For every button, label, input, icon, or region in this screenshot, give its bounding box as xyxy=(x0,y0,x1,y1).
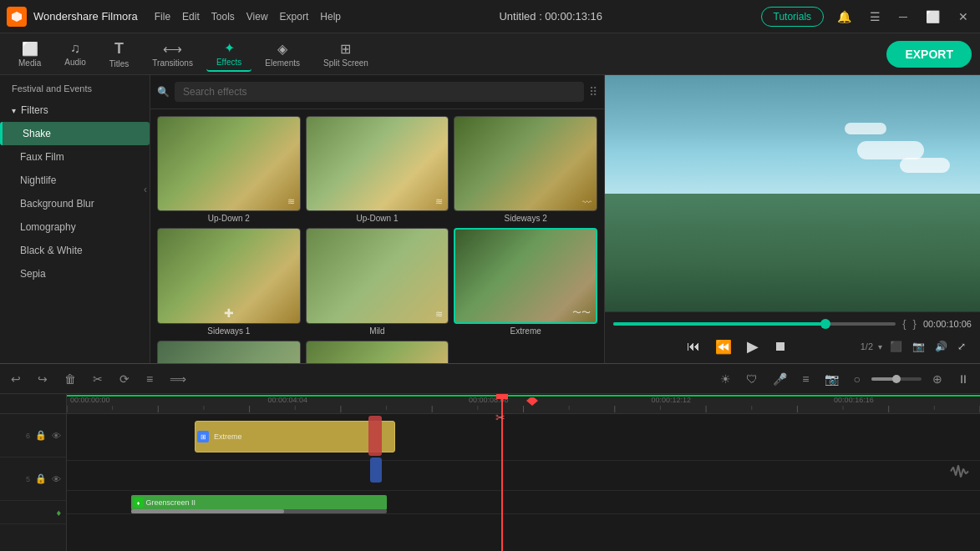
cloud-1 xyxy=(857,141,924,159)
timeline-toolbar: ↩ ↪ 🗑 ✂ ⟳ ≡ ⟹ ☀ 🛡 🎤 ≡ 📷 ○ ⊕ ⏸ xyxy=(0,364,980,394)
effect-updown2[interactable]: ≋ Up-Down 2 xyxy=(157,116,301,223)
svg-line-27 xyxy=(961,469,963,478)
delete-button[interactable]: 🗑 xyxy=(60,370,80,388)
svg-line-26 xyxy=(958,466,961,478)
menu-file[interactable]: File xyxy=(155,11,170,23)
pause-tl-button[interactable]: ⏸ xyxy=(953,370,973,388)
effects-button[interactable]: ✦ Effects xyxy=(206,37,251,72)
color-button[interactable]: ☀ xyxy=(716,370,735,388)
menu-icon[interactable]: ☰ xyxy=(865,8,886,25)
sidebar-filters-header[interactable]: ▾ Filters xyxy=(0,99,150,122)
out-bracket-icon[interactable]: } xyxy=(913,317,917,330)
close-button[interactable]: ✕ xyxy=(953,8,973,25)
zoom-handle[interactable] xyxy=(892,375,901,383)
menu-help[interactable]: Help xyxy=(320,11,341,23)
snapshot-button[interactable]: 📷 xyxy=(910,338,927,355)
overlay-clip-red[interactable] xyxy=(368,416,382,456)
wave-icon-3: 〰 xyxy=(582,197,592,207)
effect-row3a[interactable] xyxy=(157,341,301,363)
overlay-clip-blue[interactable] xyxy=(370,457,382,483)
search-input[interactable] xyxy=(175,82,584,102)
cut-button[interactable]: ✂ xyxy=(89,370,107,388)
grid-toggle-icon[interactable]: ⠿ xyxy=(589,85,597,99)
greenscreen-icon: ♦ xyxy=(137,500,140,506)
media-icon: ⬜ xyxy=(22,41,38,57)
sidebar-item-faux-film[interactable]: Faux Film xyxy=(0,145,150,169)
effect-extreme[interactable]: 〜〜 Extreme xyxy=(454,228,597,335)
sidebar-item-bw[interactable]: Black & White xyxy=(0,239,150,262)
effect-label-sideways2: Sideways 2 xyxy=(505,214,547,223)
track-lock-icon-6[interactable]: 🔒 xyxy=(35,430,47,441)
sidebar-item-bg-blur[interactable]: Background Blur xyxy=(0,192,150,215)
zoom-slider[interactable] xyxy=(871,377,922,381)
sidebar-collapse-button[interactable]: ‹ xyxy=(144,184,147,195)
playhead-line[interactable]: ✂ xyxy=(501,394,503,551)
menu-tools[interactable]: Tools xyxy=(211,11,235,23)
undo-button[interactable]: ↩ xyxy=(7,370,25,388)
track-eye-icon-6[interactable]: 👁 xyxy=(52,431,61,441)
timeline-area: ↩ ↪ 🗑 ✂ ⟳ ≡ ⟹ ☀ 🛡 🎤 ≡ 📷 ○ ⊕ ⏸ 6 xyxy=(0,363,980,551)
audio-button[interactable]: ♫ Audio xyxy=(54,38,96,70)
zoom-in-button[interactable]: ⊕ xyxy=(928,370,947,388)
splitscreen-button[interactable]: ⊞ Split Screen xyxy=(313,38,378,71)
volume-button[interactable]: 🔊 xyxy=(932,338,950,355)
redo-button[interactable]: ↪ xyxy=(33,370,52,388)
media-button[interactable]: ⬜ Media xyxy=(8,38,51,71)
track-eye-icon-5[interactable]: 👁 xyxy=(52,474,61,484)
track-lock-icon-5[interactable]: 🔒 xyxy=(35,473,47,484)
export-button[interactable]: EXPORT xyxy=(886,41,972,68)
zoom-out-button[interactable]: ○ xyxy=(850,370,865,388)
greenscreen-clip[interactable]: ♦ Greenscreen II xyxy=(131,495,387,510)
frame-back-button[interactable]: ⏪ xyxy=(713,336,734,357)
progress-handle[interactable] xyxy=(820,319,830,329)
effect-label-extreme: Extreme xyxy=(510,326,541,336)
effect-mild[interactable]: ≋ Mild xyxy=(306,228,449,335)
snapshot-tl-button[interactable]: 📷 xyxy=(820,370,843,388)
progress-bar[interactable] xyxy=(613,322,896,326)
sidebar-item-nightlife[interactable]: Nightlife xyxy=(0,169,150,192)
effect-sideways2[interactable]: 〰 Sideways 2 xyxy=(454,116,597,223)
notification-icon[interactable]: 🔔 xyxy=(832,8,856,25)
settings-button[interactable]: ⤢ xyxy=(955,338,968,355)
clip-fx-badge: ⊞ xyxy=(197,431,209,442)
transitions-icon: ⟷ xyxy=(163,41,182,57)
fullscreen-button[interactable]: ⬛ xyxy=(887,338,905,355)
effect-updown1[interactable]: ≋ Up-Down 1 xyxy=(306,116,449,223)
titles-button[interactable]: T Titles xyxy=(99,37,140,72)
speed-button[interactable]: ⟹ xyxy=(165,370,190,388)
play-button[interactable]: ▶ xyxy=(744,335,761,358)
effect-sideways1[interactable]: ✚ Sideways 1 xyxy=(157,228,301,335)
extreme-clip[interactable]: ⊞ Extreme xyxy=(195,421,395,452)
audio-edit-button[interactable]: 🎤 xyxy=(769,370,791,388)
maximize-button[interactable]: ⬜ xyxy=(921,8,945,25)
menu-edit[interactable]: Edit xyxy=(182,11,200,23)
elements-button[interactable]: ◈ Elements xyxy=(255,38,310,71)
skip-back-button[interactable]: ⏮ xyxy=(684,336,703,356)
sidebar-item-lomography[interactable]: Lomography xyxy=(0,215,150,239)
scene-detect-button[interactable]: ≡ xyxy=(798,370,813,388)
greenscreen-scrollbar[interactable] xyxy=(131,509,387,513)
effects-sidebar: Festival and Events ▾ Filters Shake Faux… xyxy=(0,75,150,363)
effect-row3b[interactable] xyxy=(306,341,449,363)
track-number-5: 5 xyxy=(26,475,30,483)
transitions-button[interactable]: ⟷ Transitions xyxy=(142,38,203,71)
split-button[interactable]: ≡ xyxy=(142,370,157,388)
stop-button[interactable]: ⏹ xyxy=(771,336,790,356)
tutorials-button[interactable]: Tutorials xyxy=(761,7,825,27)
minimize-button[interactable]: ─ xyxy=(894,8,912,25)
sidebar-item-shake[interactable]: Shake xyxy=(0,122,150,145)
track-row-3: ♦ Greenscreen II xyxy=(67,491,980,514)
waveform-icon xyxy=(947,459,972,487)
effects-panel: 🔍 ⠿ ≋ Up-Down 2 ≋ Up-Down 1 〰 xyxy=(150,75,604,363)
menu-view[interactable]: View xyxy=(246,11,268,23)
menu-export[interactable]: Export xyxy=(280,11,309,23)
effects-icon: ✦ xyxy=(224,40,235,56)
track-icon-3[interactable]: ♦ xyxy=(56,508,61,518)
sidebar-festival-events[interactable]: Festival and Events xyxy=(0,78,150,99)
stabilize-button[interactable]: 🛡 xyxy=(742,370,762,388)
titles-icon: T xyxy=(114,40,124,58)
ratio-dropdown-icon[interactable]: ▾ xyxy=(878,342,882,351)
crop-button[interactable]: ⟳ xyxy=(115,370,134,388)
in-bracket-icon[interactable]: { xyxy=(902,317,906,330)
sidebar-item-sepia[interactable]: Sepia xyxy=(0,262,150,286)
